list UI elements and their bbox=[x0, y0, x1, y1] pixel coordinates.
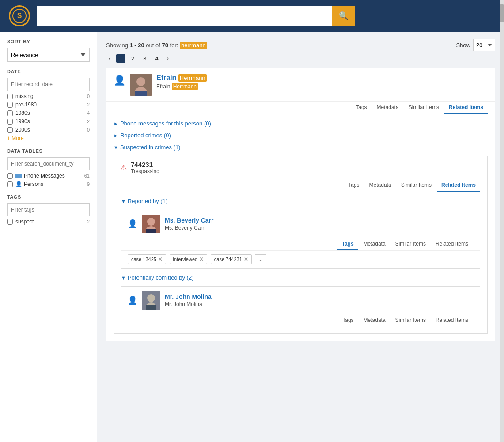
showing-out-of: out of bbox=[146, 42, 162, 49]
date-filter-input[interactable] bbox=[7, 78, 90, 91]
persons-count: 9 bbox=[87, 181, 90, 187]
efrain-info: Efrain Herrmann Efrain Herrmann bbox=[156, 74, 207, 90]
efrain-related-section: ► Phone messages for this person (0) ► R… bbox=[106, 114, 495, 341]
page-prev[interactable]: ‹ bbox=[106, 54, 114, 63]
logo-inner: S bbox=[12, 9, 27, 23]
date-1990s-checkbox[interactable] bbox=[7, 119, 13, 125]
crime-tab-metadata[interactable]: Metadata bbox=[365, 179, 396, 192]
efrain-subtitle-last: Herrmann bbox=[172, 83, 198, 90]
suspect-row: suspect 2 bbox=[7, 219, 90, 225]
molina-name[interactable]: Mr. John Molina bbox=[165, 293, 212, 300]
efrain-name: Efrain Herrmann bbox=[156, 74, 207, 82]
search-button[interactable]: 🔍 bbox=[332, 6, 355, 26]
reported-crimes-expand[interactable]: ► Reported crimes (0) bbox=[114, 129, 488, 141]
efrain-tab-related[interactable]: Related Items bbox=[444, 102, 488, 114]
date-pre1980-checkbox[interactable] bbox=[7, 102, 13, 108]
phone-messages-checkbox[interactable] bbox=[7, 173, 13, 179]
crime-744231-header: ⚠ 744231 Trespassing bbox=[114, 156, 487, 179]
logo[interactable]: S bbox=[9, 5, 30, 26]
molina-tab-related[interactable]: Related Items bbox=[431, 314, 473, 327]
date-1980s-label: 1980s bbox=[15, 110, 87, 116]
search-input[interactable]: herrmann bbox=[37, 6, 332, 26]
crime-tab-related[interactable]: Related Items bbox=[437, 179, 480, 192]
suspected-crimes-chevron-down: ▼ bbox=[114, 145, 118, 150]
potentially-committed-label: Potentially comitted by (2) bbox=[128, 274, 194, 281]
efrain-tab-metadata[interactable]: Metadata bbox=[372, 102, 403, 114]
potentially-committed-chevron-down: ▼ bbox=[121, 275, 126, 280]
suspect-checkbox[interactable] bbox=[7, 219, 13, 225]
tag-case-13425-close[interactable]: ✕ bbox=[158, 256, 163, 262]
crime-type: Trespassing bbox=[131, 168, 159, 174]
page-1[interactable]: 1 bbox=[116, 54, 125, 63]
crime-tabs: Tags Metadata Similar Items Related Item… bbox=[114, 179, 487, 192]
tag-case-744231-close[interactable]: ✕ bbox=[244, 256, 248, 262]
date-2000s-checkbox[interactable] bbox=[7, 127, 13, 133]
scrollbar[interactable] bbox=[500, 0, 504, 442]
persons-row: 👤 Persons 9 bbox=[7, 181, 90, 187]
tags-filter-input[interactable] bbox=[7, 203, 90, 216]
molina-tab-similar[interactable]: Similar Items bbox=[391, 314, 430, 327]
date-2000s-count: 0 bbox=[87, 127, 90, 132]
efrain-tabs: Tags Metadata Similar Items Related Item… bbox=[106, 101, 495, 114]
results-header: Showing 1 - 20 out of 70 for: herrmann S… bbox=[106, 39, 495, 51]
page-3[interactable]: 3 bbox=[140, 54, 149, 63]
date-1980s-count: 4 bbox=[87, 110, 90, 116]
reported-by-label: Reported by (1) bbox=[128, 198, 167, 204]
crime-744231-card: ⚠ 744231 Trespassing Tags Metadata Simil… bbox=[114, 156, 488, 334]
page-4[interactable]: 4 bbox=[152, 54, 161, 63]
crime-tab-tags[interactable]: Tags bbox=[344, 179, 364, 192]
beverly-tab-related[interactable]: Related Items bbox=[431, 238, 473, 250]
crime-info: 744231 Trespassing bbox=[131, 161, 159, 174]
showing-text: Showing bbox=[106, 42, 129, 49]
show-control: Show 20 50 100 bbox=[456, 39, 495, 51]
molina-photo bbox=[142, 291, 160, 310]
beverly-info: Ms. Beverly Carr Ms. Beverly Carr bbox=[165, 217, 214, 231]
date-1990s-count: 2 bbox=[87, 119, 90, 124]
warning-icon: ⚠ bbox=[120, 163, 127, 173]
beverly-tab-metadata[interactable]: Metadata bbox=[359, 238, 390, 250]
crime-tab-similar[interactable]: Similar Items bbox=[397, 179, 436, 192]
suspected-crimes-expand[interactable]: ▼ Suspected in crimes (1) bbox=[114, 141, 488, 153]
data-tables-filter-input[interactable] bbox=[7, 157, 90, 170]
phone-messages-expand-label: Phone messages for this person (0) bbox=[120, 120, 211, 127]
efrain-last-name-highlight: Herrmann bbox=[178, 74, 207, 82]
search-bar: herrmann 🔍 bbox=[37, 6, 355, 26]
sort-select[interactable]: Relevance Date Name bbox=[7, 48, 90, 62]
page-2[interactable]: 2 bbox=[128, 54, 137, 63]
reported-by-expand[interactable]: ▼ Reported by (1) bbox=[121, 195, 480, 207]
efrain-tab-similar[interactable]: Similar Items bbox=[404, 102, 443, 114]
date-1980s-checkbox[interactable] bbox=[7, 110, 13, 116]
phone-messages-expand[interactable]: ► Phone messages for this person (0) bbox=[114, 117, 488, 129]
efrain-photo bbox=[130, 74, 152, 96]
beverly-photo bbox=[142, 215, 160, 233]
date-missing-checkbox[interactable] bbox=[7, 94, 13, 99]
beverly-tab-tags[interactable]: Tags bbox=[337, 238, 358, 250]
molina-tab-tags[interactable]: Tags bbox=[338, 314, 358, 327]
persons-checkbox[interactable] bbox=[7, 181, 13, 187]
beverly-tab-similar[interactable]: Similar Items bbox=[391, 238, 430, 250]
date-2000s-row: 2000s 0 bbox=[7, 127, 90, 133]
crime-id[interactable]: 744231 bbox=[131, 161, 159, 168]
molina-tab-metadata[interactable]: Metadata bbox=[359, 314, 390, 327]
date-missing-row: missing 0 bbox=[7, 93, 90, 99]
john-molina-card: 👤 Mr. Jo bbox=[121, 286, 480, 327]
tag-interviewed-close[interactable]: ✕ bbox=[199, 256, 204, 262]
tags-expand-btn[interactable]: ⌄ bbox=[255, 254, 266, 264]
date-more-link[interactable]: + More bbox=[7, 135, 90, 141]
molina-photo-svg bbox=[142, 291, 160, 310]
showing-count: 70 bbox=[162, 42, 168, 49]
tag-interviewed-label: interviewed bbox=[173, 257, 198, 262]
suspected-crimes-label: Suspected in crimes (1) bbox=[120, 144, 181, 151]
page-next[interactable]: › bbox=[164, 54, 172, 63]
date-pre1980-label: pre-1980 bbox=[15, 102, 87, 108]
beverly-name[interactable]: Ms. Beverly Carr bbox=[165, 217, 214, 224]
person-avatar-icon: 👤 bbox=[114, 75, 125, 86]
svg-rect-11 bbox=[146, 305, 156, 310]
potentially-committed-expand[interactable]: ▼ Potentially comitted by (2) bbox=[121, 272, 480, 283]
efrain-photo-svg bbox=[130, 74, 152, 96]
show-select[interactable]: 20 50 100 bbox=[473, 39, 495, 51]
scrollbar-thumb[interactable] bbox=[500, 4, 504, 22]
efrain-tab-tags[interactable]: Tags bbox=[351, 102, 371, 114]
logo-icon: S bbox=[17, 12, 22, 20]
tag-interviewed: interviewed ✕ bbox=[170, 254, 208, 264]
